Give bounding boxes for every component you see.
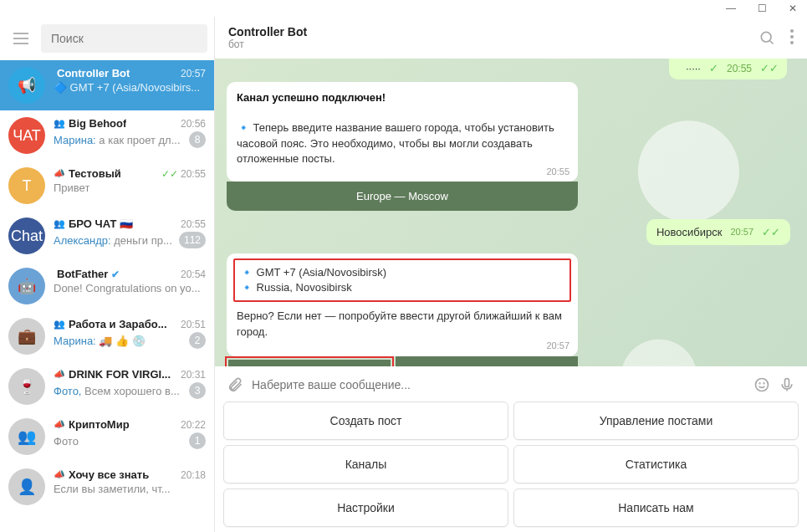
chat-preview: Александр: деньги пр... xyxy=(54,234,172,247)
msg-body: 🔹 Теперь введите название вашего города,… xyxy=(237,121,554,164)
input-area: Создать пост Управление постами Каналы С… xyxy=(215,366,807,532)
inline-btn-cancel[interactable]: Отмена xyxy=(396,356,578,366)
emoji-icon[interactable] xyxy=(753,376,770,393)
ticks-icon: ✓✓ xyxy=(161,168,178,180)
chat-name: 📣 КриптоМир xyxy=(54,418,130,431)
chat-header: Controller Bot бот xyxy=(215,17,807,59)
chat-name: 📣 Хочу все знать xyxy=(54,468,149,481)
chat-name: 👥 БРО ЧАТ 🇷🇺 xyxy=(54,217,133,230)
svg-point-3 xyxy=(759,383,760,384)
chat-preview: Марина: а как проет дл... xyxy=(54,134,181,146)
avatar: 👥 xyxy=(8,418,45,455)
window-close[interactable]: ✕ xyxy=(789,3,797,14)
avatar: Chat xyxy=(8,217,45,254)
chat-item[interactable]: ЧАТ👥 Big Behoof20:56Марина: а как проет … xyxy=(0,110,214,161)
mic-icon[interactable] xyxy=(779,376,795,393)
search-icon[interactable] xyxy=(758,29,775,46)
search-input[interactable] xyxy=(41,24,207,53)
reply-keyboard: Создать пост Управление постами Каналы С… xyxy=(223,402,799,527)
kb-btn-create-post[interactable]: Создать пост xyxy=(223,402,508,440)
avatar: 🤖 xyxy=(8,268,45,304)
sent-ticks-icon: ✓ xyxy=(709,62,718,74)
message-input[interactable] xyxy=(252,378,745,391)
prev-outgoing-msg: ····· ✓ 20:55 ✓✓ xyxy=(669,59,787,79)
chat-preview: Марина: 🚚 👍 💿 xyxy=(54,335,146,347)
bot-message: 🔹 GMT +7 (Asia/Novosibirsk) 🔹 Russia, No… xyxy=(227,253,578,356)
chat-name: 📣 DRINK FOR VIRGI... xyxy=(54,368,171,381)
chat-item[interactable]: 🍷📣 DRINK FOR VIRGI...20:31Фото, Всем хор… xyxy=(0,361,214,412)
more-icon[interactable] xyxy=(790,29,794,46)
kb-btn-manage-posts[interactable]: Управление постами xyxy=(513,402,799,440)
chat-time: 20:31 xyxy=(181,369,206,381)
chat-item[interactable]: 👥📣 КриптоМир20:22Фото1 xyxy=(0,412,214,462)
window-max[interactable]: ☐ xyxy=(758,3,767,14)
svg-point-2 xyxy=(756,379,769,391)
chat-subtitle: бот xyxy=(228,38,758,50)
avatar: 💼 xyxy=(8,318,45,355)
chat-name: 📣 Тестовый xyxy=(54,167,121,180)
avatar: 📢 xyxy=(8,67,45,104)
inline-btn-moscow[interactable]: Europe — Moscow xyxy=(227,182,578,211)
chat-item[interactable]: Chat👥 БРО ЧАТ 🇷🇺20:55Александр: деньги п… xyxy=(0,211,214,261)
chat-time: 20:57 xyxy=(181,68,206,79)
chat-preview: Фото xyxy=(54,435,79,448)
chat-preview: Фото, Всем хорошего в... xyxy=(54,385,180,397)
chat-time: 20:51 xyxy=(181,319,206,330)
chat-time: 20:54 xyxy=(181,269,206,280)
msg-heading: Канал успешно подключен! xyxy=(237,91,386,104)
chat-preview: Done! Congratulations on yo... xyxy=(54,282,201,294)
kb-btn-contact[interactable]: Написать нам xyxy=(513,489,799,527)
msg-time: 20:57 xyxy=(730,227,753,237)
window-controls: — ☐ ✕ xyxy=(0,0,807,17)
chat-item[interactable]: 📢Controller Bot20:57🔷 GMT +7 (Asia/Novos… xyxy=(0,60,214,110)
avatar: 👤 xyxy=(8,468,45,505)
chat-time: ✓✓ 20:55 xyxy=(161,168,206,180)
msg-time: 20:57 xyxy=(546,340,569,352)
msg-time: 20:55 xyxy=(546,166,569,178)
verified-icon: ✔ xyxy=(111,269,120,280)
chat-time: 20:56 xyxy=(181,118,206,130)
unread-badge: 3 xyxy=(189,382,206,399)
chat-name: BotFather ✔ xyxy=(54,268,120,280)
chat-item[interactable]: 👤📣 Хочу все знать20:18Если вы заметили, … xyxy=(0,462,214,512)
unread-badge: 112 xyxy=(179,232,206,248)
chat-name: 👥 Работа и Зарабо... xyxy=(54,318,167,330)
window-min[interactable]: — xyxy=(726,3,736,14)
chat-preview: 🔷 GMT +7 (Asia/Novosibirs... xyxy=(54,81,200,94)
svg-line-1 xyxy=(770,41,774,44)
svg-rect-5 xyxy=(785,379,789,387)
chat-time: 20:18 xyxy=(181,469,206,481)
msg-text: Новосибирск xyxy=(656,226,723,238)
svg-point-0 xyxy=(761,32,771,42)
kb-btn-stats[interactable]: Статистика xyxy=(513,445,799,483)
kb-btn-settings[interactable]: Настройки xyxy=(223,489,508,527)
unread-badge: 8 xyxy=(189,131,206,148)
svg-point-4 xyxy=(764,383,764,384)
avatar: ЧАТ xyxy=(8,117,45,154)
chat-preview: Если вы заметили, чт... xyxy=(54,483,171,495)
chat-name: Controller Bot xyxy=(54,67,130,79)
chat-time: 20:22 xyxy=(181,419,206,431)
attach-icon[interactable] xyxy=(227,376,243,393)
menu-button[interactable] xyxy=(7,23,34,54)
chat-list: 📢Controller Bot20:57🔷 GMT +7 (Asia/Novos… xyxy=(0,60,214,532)
conversation-area: Controller Bot бот ····· ✓ 20:55 ✓✓ Кана… xyxy=(215,17,807,532)
highlight-box: 🔹 GMT +7 (Asia/Novosibirsk) 🔹 Russia, No… xyxy=(233,258,571,302)
avatar: Т xyxy=(8,167,45,204)
read-ticks-icon: ✓✓ xyxy=(762,226,780,238)
avatar: 🍷 xyxy=(8,368,45,405)
chat-item[interactable]: Т📣 Тестовый✓✓ 20:55Привет xyxy=(0,161,214,211)
chat-time: 20:55 xyxy=(181,218,206,230)
bot-message: Канал успешно подключен! 🔹 Теперь введит… xyxy=(227,82,578,182)
inline-btn-confirm[interactable]: Верно xyxy=(228,360,391,366)
unread-badge: 1 xyxy=(189,432,206,449)
read-ticks-icon: ✓✓ xyxy=(760,62,779,74)
kb-btn-channels[interactable]: Каналы xyxy=(223,445,508,483)
chat-preview: Привет xyxy=(54,182,89,194)
chat-item[interactable]: 💼👥 Работа и Зарабо...20:51Марина: 🚚 👍 💿2 xyxy=(0,311,214,361)
unread-badge: 2 xyxy=(189,332,206,349)
chat-item[interactable]: 🤖BotFather ✔20:54Done! Congratulations o… xyxy=(0,261,214,311)
chat-title: Controller Bot xyxy=(228,25,758,38)
sidebar: 📢Controller Bot20:57🔷 GMT +7 (Asia/Novos… xyxy=(0,17,215,532)
messages: ····· ✓ 20:55 ✓✓ Канал успешно подключен… xyxy=(215,59,807,366)
